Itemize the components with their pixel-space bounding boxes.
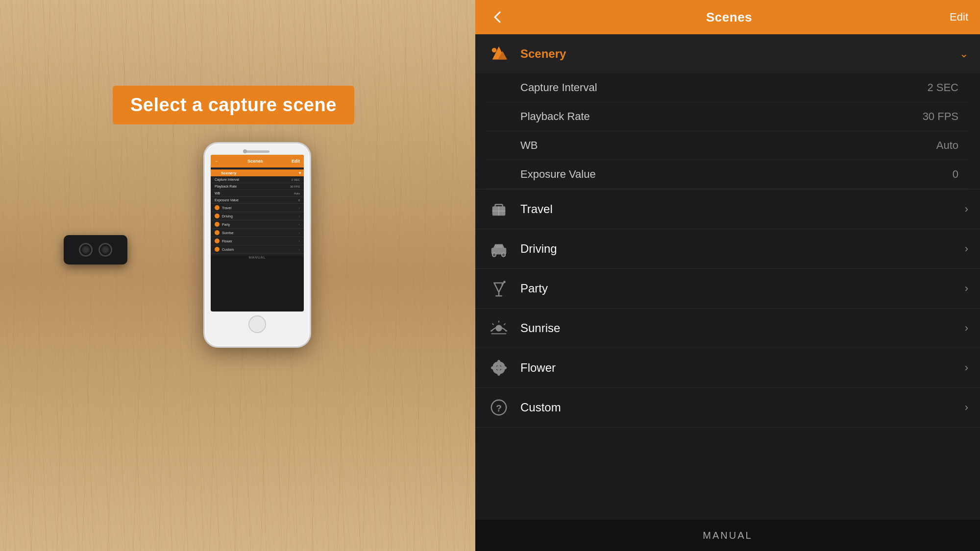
phone-body: ← Scenes Edit Scenery ▾ Capture Interval… [203, 142, 311, 348]
camera-device [64, 235, 127, 264]
scenery-chevron-down: ⌄ [959, 48, 968, 60]
scene-item-flower: Flower › [475, 348, 980, 388]
bottom-bar: MANUAL [475, 520, 980, 551]
phone-item-party: Party › [211, 220, 304, 229]
sunrise-chevron: › [965, 322, 968, 335]
detail-row-wb: WB Auto [487, 131, 968, 160]
phone-detail-3: WB Auto [211, 190, 304, 197]
scenery-icon [487, 42, 511, 66]
phone-speaker [245, 150, 270, 153]
phone-active-scene: Scenery ▾ [211, 169, 304, 176]
scene-header-party[interactable]: Party › [475, 269, 980, 308]
svg-point-9 [502, 253, 506, 257]
camera-lens-left [79, 243, 93, 257]
left-panel: Select a capture scene ← Scenes Edit [0, 0, 475, 551]
sunrise-icon [487, 316, 511, 340]
phone-mockup: ← Scenes Edit Scenery ▾ Capture Interval… [203, 142, 311, 348]
phone-item-custom: Custom › [211, 245, 304, 254]
phone-detail-1: Capture Interval 2 SEC [211, 176, 304, 183]
svg-rect-10 [495, 244, 502, 248]
phone-detail-2: Playback Rate 30 FPS [211, 183, 304, 190]
party-icon [487, 277, 511, 300]
svg-line-19 [504, 324, 505, 325]
scene-item-driving: Driving › [475, 229, 980, 269]
scene-header-scenery[interactable]: Scenery ⌄ [475, 34, 980, 73]
scene-header-driving[interactable]: Driving › [475, 229, 980, 268]
phone-bottom-label: MANUAL [211, 256, 304, 259]
scene-header-sunrise[interactable]: Sunrise › [475, 309, 980, 348]
scene-item-party: Party › [475, 269, 980, 309]
flower-chevron: › [965, 361, 968, 374]
active-scene-name: Scenery [520, 47, 959, 61]
svg-point-15 [503, 281, 506, 283]
party-chevron: › [965, 282, 968, 295]
top-bar: Scenes Edit [475, 0, 980, 34]
page-title: Scenes [509, 10, 950, 25]
travel-name: Travel [520, 202, 965, 216]
phone-scene-icon-active [214, 170, 219, 175]
scene-item-sunrise: Sunrise › [475, 309, 980, 348]
phone-camera [243, 149, 247, 153]
phone-item-driving: Driving › [211, 212, 304, 220]
custom-icon: ? [487, 396, 511, 419]
driving-icon [487, 237, 511, 261]
svg-line-18 [492, 324, 494, 325]
scene-header-flower[interactable]: Flower › [475, 348, 980, 387]
scenes-list: Scenery ⌄ Capture Interval 2 SEC Playbac… [475, 34, 980, 520]
party-name: Party [520, 282, 965, 295]
camera-lens-right [98, 243, 112, 257]
scene-item-travel: Travel › [475, 190, 980, 229]
phone-screen-header: ← Scenes Edit [211, 155, 304, 168]
phone-home-button[interactable] [248, 315, 266, 333]
flower-icon [487, 356, 511, 380]
flower-name: Flower [520, 361, 965, 375]
detail-row-capture-interval: Capture Interval 2 SEC [487, 73, 968, 102]
manual-label: MANUAL [703, 530, 752, 541]
travel-icon [487, 197, 511, 221]
phone-item-sunrise: Sunrise › [211, 229, 304, 237]
right-panel: Scenes Edit Scenery ⌄ [475, 0, 980, 551]
travel-chevron: › [965, 203, 968, 216]
edit-button[interactable]: Edit [950, 11, 968, 24]
scenery-details: Capture Interval 2 SEC Playback Rate 30 … [475, 73, 980, 189]
svg-point-8 [492, 253, 496, 257]
svg-point-16 [495, 325, 502, 331]
scene-item-scenery: Scenery ⌄ Capture Interval 2 SEC Playbac… [475, 34, 980, 190]
detail-row-exposure: Exposure Value 0 [487, 160, 968, 189]
overlay-banner: Select a capture scene [113, 86, 354, 124]
scene-header-travel[interactable]: Travel › [475, 190, 980, 229]
svg-point-2 [492, 48, 497, 53]
custom-name: Custom [520, 401, 965, 414]
phone-item-travel: Travel › [211, 204, 304, 212]
scene-header-custom[interactable]: ? Custom › [475, 388, 980, 427]
scene-item-custom: ? Custom › [475, 388, 980, 428]
detail-row-playback-rate: Playback Rate 30 FPS [487, 102, 968, 131]
back-button[interactable] [487, 6, 509, 28]
driving-name: Driving [520, 242, 965, 256]
phone-screen: ← Scenes Edit Scenery ▾ Capture Interval… [211, 155, 304, 311]
custom-chevron: › [965, 401, 968, 414]
phone-detail-4: Exposure Value 0 [211, 197, 304, 204]
phone-screen-body: Scenery ▾ Capture Interval 2 SEC Playbac… [211, 168, 304, 256]
svg-text:?: ? [496, 403, 502, 413]
sunrise-name: Sunrise [520, 321, 965, 335]
phone-item-flower: Flower › [211, 237, 304, 245]
driving-chevron: › [965, 242, 968, 255]
